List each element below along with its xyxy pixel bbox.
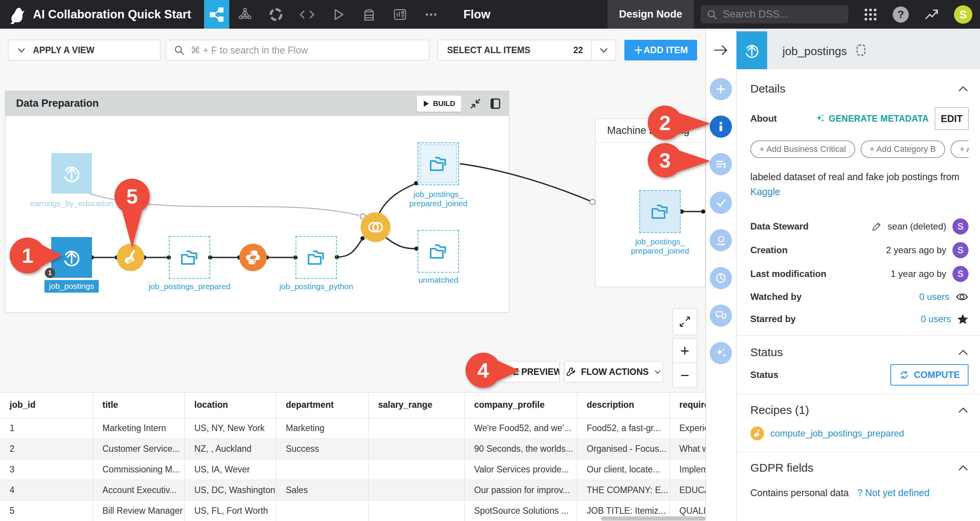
zone-window-icon[interactable] — [490, 98, 501, 109]
column-header[interactable]: requirements — [670, 392, 706, 418]
avatar[interactable]: S — [952, 242, 969, 258]
dataset-label-selected[interactable]: job_postings — [44, 282, 99, 291]
comment-count-badge[interactable]: 1 — [45, 268, 55, 278]
recipes-section-header[interactable]: Recipes (1) — [750, 404, 969, 417]
folder-label[interactable]: unmatched — [418, 275, 458, 285]
table-row[interactable]: 3Commissioning M...US, IA, WeverValor Se… — [0, 459, 706, 480]
table-row[interactable]: 1Marketing InternUS, NY, New YorkMarketi… — [0, 418, 706, 438]
tab-dashboards[interactable] — [384, 0, 415, 29]
table-cell: Customer Service... — [93, 438, 185, 459]
select-all-label: SELECT ALL ITEMS — [438, 45, 530, 55]
add-tag-pill[interactable]: + Add Category B — [861, 140, 945, 158]
recipe-link[interactable]: compute_job_postings_prepared — [770, 428, 904, 439]
horizontal-scrollbar[interactable] — [601, 516, 706, 521]
dataset-earnings-by-education[interactable] — [51, 153, 92, 194]
tab-flow[interactable] — [204, 0, 229, 29]
tab-catalog[interactable] — [260, 0, 291, 29]
column-header[interactable]: title — [93, 392, 185, 418]
add-tab-button[interactable] — [710, 78, 732, 100]
column-header[interactable]: description — [577, 392, 670, 418]
star-icon[interactable] — [957, 314, 969, 324]
dataiku-logo[interactable] — [0, 0, 33, 29]
kaggle-link[interactable]: Kaggle — [750, 186, 780, 197]
avatar[interactable]: S — [952, 266, 969, 282]
fit-to-screen-button[interactable] — [673, 308, 697, 335]
details-section-header[interactable]: Details — [750, 82, 969, 95]
tab-schema[interactable] — [710, 153, 732, 175]
help-button[interactable]: ? — [893, 7, 909, 23]
gdpr-section-header[interactable]: GDPR fields — [750, 461, 969, 474]
user-avatar[interactable]: S — [954, 5, 972, 24]
column-header[interactable]: company_profile — [464, 392, 577, 418]
table-row[interactable]: 5Bill Review ManagerUS, FL, Fort WorthSp… — [0, 500, 706, 521]
eye-icon[interactable] — [956, 292, 969, 301]
pencil-icon[interactable] — [872, 221, 882, 231]
zoom-in-button[interactable]: + — [673, 338, 697, 363]
folder-ml-prepared-joined[interactable] — [639, 190, 681, 233]
collapse-panel-button[interactable] — [712, 43, 729, 59]
add-tag-pill[interactable]: + Add Business Critical — [750, 140, 855, 158]
more-menu[interactable] — [415, 0, 446, 29]
folder-label[interactable]: job_postings_prepared_joined — [409, 190, 467, 208]
folder-job-postings-python[interactable] — [296, 236, 337, 279]
apps-menu[interactable] — [863, 7, 878, 22]
folder-label[interactable]: job_postings_prepared — [149, 282, 230, 291]
tab-history[interactable] — [710, 267, 732, 289]
project-title[interactable]: AI Collaboration Quick Start — [33, 8, 191, 21]
svg-text:4: 4 — [477, 359, 489, 382]
generate-metadata-button[interactable]: GENERATE METADATA — [815, 114, 929, 124]
global-search[interactable] — [701, 5, 848, 23]
column-header[interactable]: job_id — [0, 392, 93, 418]
tab-status-checks[interactable] — [710, 192, 732, 214]
tab-run[interactable] — [322, 0, 353, 29]
flow-actions-button[interactable]: FLOW ACTIONS — [564, 361, 663, 383]
zoom-out-button[interactable]: − — [673, 363, 697, 388]
recipe-prepare[interactable] — [117, 244, 144, 271]
zone-collapse-icon[interactable] — [470, 98, 481, 109]
zone-build-button[interactable]: BUILD — [417, 96, 461, 112]
gdpr-value-link[interactable]: ? Not yet defined — [857, 487, 929, 498]
table-cell: What wo — [670, 438, 706, 459]
avatar[interactable]: S — [952, 218, 969, 234]
copy-name-icon[interactable] — [855, 43, 867, 58]
preview-toggle-button[interactable]: HIDE PREVIEW — [500, 361, 560, 383]
folder-job-postings-prepared-joined[interactable] — [418, 142, 459, 185]
folder-label[interactable]: job_postings_prepared_joined — [631, 237, 689, 256]
compute-button[interactable]: COMPUTE — [890, 364, 969, 386]
starred-by-link[interactable]: 0 users — [921, 314, 951, 324]
edit-button[interactable]: EDIT — [935, 107, 969, 130]
dataset-job-postings-selected[interactable] — [51, 237, 92, 278]
apply-view-dropdown[interactable]: APPLY A VIEW — [8, 40, 160, 60]
column-header[interactable]: department — [276, 392, 368, 418]
tab-jobs[interactable] — [353, 0, 384, 29]
watched-by-link[interactable]: 0 users — [919, 291, 949, 302]
global-search-input[interactable] — [723, 8, 838, 20]
column-header[interactable]: location — [185, 392, 276, 418]
add-tag-pill[interactable]: + Add — [951, 140, 969, 158]
tab-ai-assistant[interactable] — [710, 342, 732, 364]
column-header[interactable]: salary_range — [368, 392, 464, 418]
flow-search-box[interactable] — [166, 40, 429, 60]
folder-label[interactable]: job_postings_python — [279, 282, 353, 291]
tab-lab[interactable] — [229, 0, 260, 29]
select-dropdown[interactable] — [592, 45, 616, 55]
folder-job-postings-prepared[interactable] — [169, 236, 210, 279]
tab-lab-analyses[interactable] — [710, 229, 732, 251]
recipe-join[interactable] — [361, 212, 390, 242]
activity-button[interactable] — [923, 7, 939, 23]
table-row[interactable]: 4Account Executiv...US, DC, WashingtonSa… — [0, 480, 706, 500]
add-item-button[interactable]: ADD ITEM — [624, 40, 697, 60]
zone-header[interactable]: Machine Learning — [596, 119, 705, 143]
tab-discussions[interactable] — [710, 304, 732, 327]
recipe-python[interactable] — [239, 244, 267, 271]
zone-header[interactable]: Data Preparation BUILD — [5, 91, 509, 116]
select-all-items-button[interactable]: SELECT ALL ITEMS 22 — [438, 40, 616, 60]
catalog-icon — [268, 7, 284, 22]
table-row[interactable]: 2Customer Service...NZ, , AucklandSucces… — [0, 438, 706, 459]
status-section-header[interactable]: Status — [750, 346, 969, 359]
tab-info-active[interactable] — [710, 116, 732, 138]
tab-code[interactable] — [291, 0, 322, 29]
folder-unmatched[interactable] — [418, 230, 459, 273]
flow-search-input[interactable] — [191, 45, 405, 56]
dataset-label[interactable]: earnings_by_education — [30, 199, 113, 208]
